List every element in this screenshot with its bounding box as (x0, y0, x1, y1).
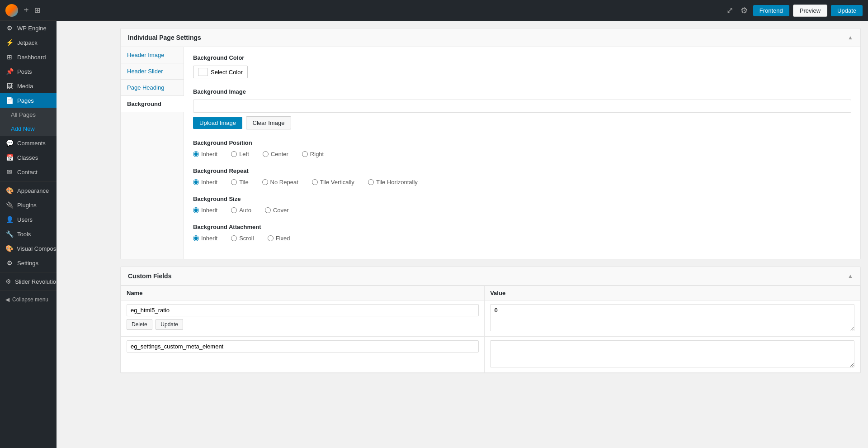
repeat-tile-vertically-radio[interactable] (312, 179, 318, 185)
cf-update-button-1[interactable]: Update (156, 319, 183, 330)
grid-icon[interactable]: ⊞ (34, 6, 40, 14)
attachment-fixed-option[interactable]: Fixed (268, 235, 290, 242)
main-content: Individual Page Settings ▲ Header Image … (113, 21, 868, 448)
sidebar-item-label: Comments (17, 140, 46, 147)
sidebar-item-pages[interactable]: 📄 Pages (0, 93, 57, 108)
sidebar-item-comments[interactable]: 💬 Comments (0, 136, 57, 150)
cf-name-cell-1: Delete Update (121, 300, 485, 337)
sidebar-item-dashboard[interactable]: ⊞ Dashboard (0, 50, 57, 64)
position-inherit-option[interactable]: Inherit (193, 151, 217, 157)
preview-button[interactable]: Preview (793, 5, 827, 17)
add-new-icon[interactable]: + (22, 5, 31, 15)
bg-image-label: Background Image (193, 88, 851, 95)
settings-gear-icon[interactable]: ⚙ (739, 4, 750, 17)
size-inherit-radio[interactable] (193, 207, 199, 213)
sidebar-item-slider-revolution[interactable]: ⚙ Slider Revolution (0, 274, 57, 289)
sidebar-item-label: WP Engine (17, 25, 47, 32)
update-button[interactable]: Update (831, 5, 863, 16)
attachment-scroll-radio[interactable] (231, 235, 237, 241)
sidebar-item-users[interactable]: 👤 Users (0, 212, 57, 227)
sidebar-item-posts[interactable]: 📌 Posts (0, 64, 57, 79)
position-right-radio[interactable] (302, 151, 308, 157)
position-left-option[interactable]: Left (231, 151, 249, 157)
sidebar-item-visual-composer[interactable]: 🎨 Visual Composer (0, 241, 57, 256)
expand-icon[interactable]: ⤢ (725, 4, 735, 17)
position-inherit-radio[interactable] (193, 151, 199, 157)
position-center-radio[interactable] (263, 151, 269, 157)
sidebar-item-plugins[interactable]: 🔌 Plugins (0, 198, 57, 212)
select-color-button[interactable]: Select Color (193, 66, 248, 78)
panel-collapse-icon[interactable]: ▲ (848, 34, 853, 41)
tools-icon: 🔧 (5, 230, 14, 238)
classes-icon: 📅 (5, 154, 14, 161)
tab-header-slider[interactable]: Header Slider (121, 63, 184, 80)
cf-delete-button-1[interactable]: Delete (127, 319, 152, 330)
custom-fields-collapse-icon[interactable]: ▲ (848, 273, 853, 279)
sidebar-item-media[interactable]: 🖼 Media (0, 79, 57, 93)
custom-fields-title: Custom Fields (128, 272, 171, 280)
tab-page-heading[interactable]: Page Heading (121, 80, 184, 96)
collapse-icon: ◀ (5, 296, 9, 303)
cf-name-cell-2 (121, 337, 485, 373)
repeat-tile-option[interactable]: Tile (231, 179, 248, 186)
repeat-radio-group: Inherit Tile No Repeat Tile Vertically (193, 179, 851, 186)
sidebar-item-label: Jetpack (17, 39, 38, 46)
repeat-no-repeat-option[interactable]: No Repeat (262, 179, 298, 186)
frontend-button[interactable]: Frontend (753, 5, 789, 16)
cf-name-input-2[interactable] (127, 340, 479, 353)
pages-icon: 📄 (5, 97, 14, 104)
sidebar-item-classes[interactable]: 📅 Classes (0, 150, 57, 165)
attachment-inherit-radio[interactable] (193, 235, 199, 241)
tab-background[interactable]: Background (121, 96, 184, 112)
upload-image-button[interactable]: Upload Image (193, 117, 242, 129)
repeat-tile-radio[interactable] (231, 179, 237, 185)
cf-row-2 (121, 337, 860, 373)
cf-value-textarea-2[interactable] (490, 340, 854, 367)
sidebar-item-all-pages[interactable]: All Pages (0, 108, 57, 122)
sidebar-item-tools[interactable]: 🔧 Tools (0, 227, 57, 241)
background-image-input[interactable] (193, 100, 851, 113)
repeat-tile-vertically-option[interactable]: Tile Vertically (312, 179, 354, 186)
size-cover-radio[interactable] (265, 207, 271, 213)
repeat-tile-horizontally-option[interactable]: Tile Horizontally (368, 179, 418, 186)
position-left-radio[interactable] (231, 151, 237, 157)
cf-name-input-1[interactable] (127, 304, 479, 316)
sidebar-item-jetpack[interactable]: ⚡ Jetpack (0, 35, 57, 50)
sidebar-item-label: Pages (17, 97, 34, 104)
repeat-tile-horizontally-radio[interactable] (368, 179, 374, 185)
tab-header-image[interactable]: Header Image (121, 47, 184, 63)
sidebar-item-wp-engine[interactable]: ⚙ WP Engine (0, 21, 57, 35)
collapse-menu-button[interactable]: ◀ Collapse menu (0, 293, 57, 306)
image-buttons: Upload Image Clear Image (193, 116, 851, 129)
color-swatch (198, 68, 208, 76)
bg-color-label: Background Color (193, 54, 851, 61)
attachment-scroll-option[interactable]: Scroll (231, 235, 254, 242)
sidebar-item-label: Plugins (17, 202, 37, 209)
clear-image-button[interactable]: Clear Image (246, 116, 292, 129)
sidebar-item-label: Posts (17, 68, 32, 75)
repeat-inherit-option[interactable]: Inherit (193, 179, 217, 186)
sidebar-item-label: Add New (11, 125, 35, 132)
sidebar-item-appearance[interactable]: 🎨 Appearance (0, 183, 57, 198)
sidebar-item-label: All Pages (11, 111, 36, 118)
background-color-section: Background Color Select Color (193, 54, 851, 78)
position-right-option[interactable]: Right (302, 151, 324, 157)
size-inherit-option[interactable]: Inherit (193, 207, 217, 214)
size-auto-option[interactable]: Auto (231, 207, 251, 214)
sidebar-item-settings[interactable]: ⚙ Settings (0, 256, 57, 270)
size-auto-radio[interactable] (231, 207, 237, 213)
attachment-fixed-radio[interactable] (268, 235, 274, 241)
cf-row-1: Delete Update 0 (121, 300, 860, 337)
sidebar-item-contact[interactable]: ✉ Contact (0, 165, 57, 179)
divider2 (0, 272, 57, 272)
attachment-inherit-option[interactable]: Inherit (193, 235, 217, 242)
sidebar-item-label: Users (17, 216, 33, 223)
position-center-option[interactable]: Center (263, 151, 288, 157)
size-cover-option[interactable]: Cover (265, 207, 289, 214)
sidebar-item-add-new[interactable]: Add New (0, 122, 57, 136)
media-icon: 🖼 (5, 82, 14, 90)
repeat-no-repeat-radio[interactable] (262, 179, 268, 185)
divider (0, 181, 57, 181)
repeat-inherit-radio[interactable] (193, 179, 199, 185)
cf-value-textarea-1[interactable]: 0 (490, 304, 854, 331)
